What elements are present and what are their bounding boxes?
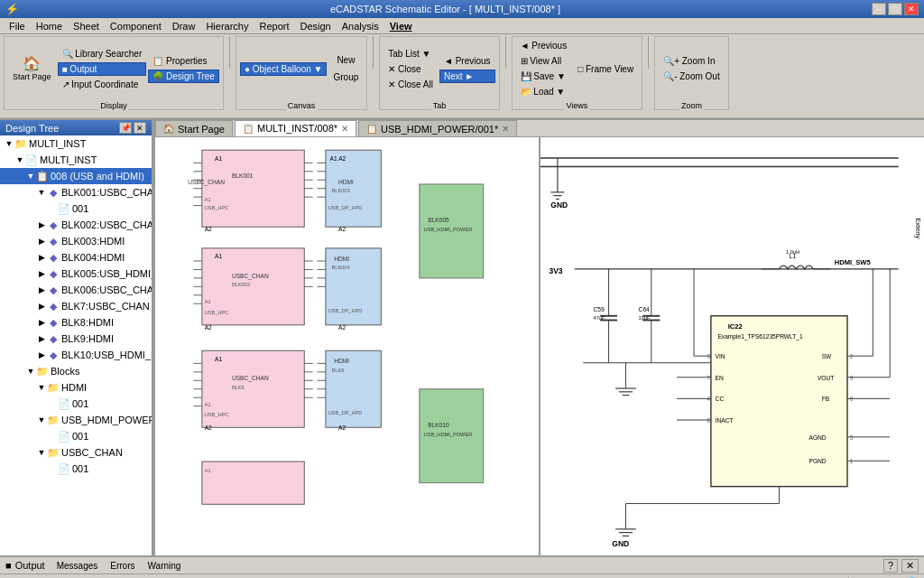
- output-tab-messages[interactable]: Messages: [52, 559, 103, 573]
- tab-close-icon[interactable]: ✕: [341, 124, 348, 134]
- sheet-icon: 📋: [366, 124, 377, 134]
- tree-item-blk10[interactable]: ▶ ◆ BLK10:USB_HDMI_POWER: [0, 347, 152, 363]
- tab-multi-inst-008[interactable]: 📋 MULTI_INST/008* ✕: [235, 120, 356, 136]
- tree-item-blk004[interactable]: ▶ ◆ BLK004:HDMI: [0, 249, 152, 266]
- expand-icon[interactable]: ▼: [36, 447, 47, 458]
- object-balloon-btn[interactable]: ● Object Balloon ▼: [240, 62, 328, 76]
- menu-report[interactable]: Report: [254, 20, 294, 33]
- right-schematic[interactable]: Exteriy GND 3V3: [541, 137, 924, 555]
- panel-pin-btn[interactable]: 📌: [119, 122, 132, 134]
- tree-item-hdmi-001[interactable]: 📄 001: [0, 396, 152, 412]
- expand-icon[interactable]: ▶: [36, 350, 47, 360]
- menu-file[interactable]: File: [4, 20, 31, 33]
- tree-item-usbc-chan[interactable]: ▼ 📁 USBC_CHAN: [0, 444, 152, 461]
- output-tab-errors[interactable]: Errors: [106, 559, 139, 573]
- tree-item-blk7[interactable]: ▶ ◆ BLK7:USBC_CHAN: [0, 298, 152, 314]
- library-searcher-btn[interactable]: 🔍 Library Searcher: [58, 47, 147, 61]
- tree-item-blk002[interactable]: ▶ ◆ BLK002:USBC_CHAN: [0, 217, 152, 233]
- input-coordinate-btn[interactable]: ↗ Input Coordinate: [58, 78, 147, 91]
- expand-icon[interactable]: ▶: [36, 236, 47, 247]
- zoom-in-btn[interactable]: 🔍+ Zoom In: [659, 54, 725, 68]
- expand-icon[interactable]: ▼: [4, 138, 14, 149]
- expand-icon[interactable]: ▼: [36, 382, 47, 393]
- expand-icon[interactable]: ▶: [36, 219, 47, 230]
- expand-icon[interactable]: ▼: [36, 187, 47, 198]
- menu-analysis[interactable]: Analysis: [337, 20, 384, 33]
- minimize-btn[interactable]: ─: [872, 3, 886, 15]
- expand-icon[interactable]: ▼: [25, 171, 36, 182]
- menu-view[interactable]: View: [384, 20, 418, 33]
- prev-tab-btn[interactable]: ◄ Previous: [439, 54, 495, 68]
- blk003-label: HDMI: [338, 179, 354, 185]
- blk001-a2row-label: A2: [205, 226, 212, 232]
- zoom-label: Zoom: [679, 101, 704, 110]
- tree-item-blk006[interactable]: ▶ ◆ BLK006:USBC_CHAN: [0, 282, 152, 298]
- expand-icon[interactable]: ▶: [36, 252, 47, 263]
- tree-item-multi-inst-root[interactable]: ▼ 📁 MULTI_INST: [0, 135, 152, 152]
- tab-list-btn[interactable]: Tab List ▼: [383, 47, 438, 61]
- expand-icon[interactable]: ▶: [36, 268, 47, 279]
- close-tab-btn[interactable]: ✕ Close: [383, 62, 438, 76]
- expand-icon[interactable]: ▶: [36, 284, 47, 295]
- load-view-btn[interactable]: 📂 Load ▼: [516, 85, 572, 98]
- zoom-out-btn[interactable]: 🔍- Zoom Out: [659, 70, 725, 83]
- panel-close-btn[interactable]: ✕: [134, 122, 146, 134]
- frame-view-btn[interactable]: □ Frame View: [573, 62, 638, 76]
- tree-item-blk8[interactable]: ▶ ◆ BLK8:HDMI: [0, 314, 152, 331]
- tree-item-blk001[interactable]: ▼ ◆ BLK001:USBC_CHAN: [0, 184, 152, 200]
- tree-item-hdmi[interactable]: ▼ 📁 HDMI: [0, 379, 152, 396]
- expand-icon[interactable]: ▶: [36, 317, 47, 328]
- start-page-btn[interactable]: 🏠 Start Page: [8, 54, 56, 84]
- output-tab-warning[interactable]: Warning: [143, 559, 186, 573]
- group-btn[interactable]: Group: [328, 70, 363, 85]
- design-tree-btn[interactable]: 🌳 Design Tree: [148, 70, 219, 83]
- next-tab-btn[interactable]: Next ►: [439, 70, 495, 83]
- schematic-svg-left: A1 USBC_CHAN BLK001: [155, 137, 539, 555]
- tree-item-usb-hdmi-001[interactable]: 📄 001: [0, 428, 152, 444]
- maximize-btn[interactable]: □: [888, 3, 902, 15]
- tree-item-usbc-001[interactable]: 📄 001: [0, 461, 152, 477]
- output-close-btn[interactable]: ✕: [901, 559, 919, 573]
- prev-view-btn[interactable]: ◄ Previous: [516, 39, 572, 52]
- new-btn[interactable]: New: [328, 52, 363, 68]
- expand-icon[interactable]: ▶: [36, 333, 47, 344]
- close-all-btn[interactable]: ✕ Close All: [383, 78, 438, 91]
- tree-item-001a[interactable]: 📄 001: [0, 200, 152, 217]
- doc-icon: 📄: [58, 430, 70, 443]
- menu-home[interactable]: Home: [31, 20, 68, 33]
- menu-hierarchy[interactable]: Hierarchy: [200, 20, 254, 33]
- menu-design[interactable]: Design: [294, 20, 336, 33]
- expand-icon[interactable]: ▶: [36, 301, 47, 312]
- menu-bar: File Home Sheet Component Draw Hierarchy…: [0, 18, 924, 34]
- menu-sheet[interactable]: Sheet: [68, 20, 105, 33]
- tab-usb-hdmi-power[interactable]: 📋 USB_HDMI_POWER/001* ✕: [358, 120, 517, 136]
- status-bar: 🖥 ⚙ Property Viewer High Speed Variant: …: [0, 573, 924, 578]
- menu-component[interactable]: Component: [105, 20, 167, 33]
- output-btn[interactable]: ■ Output: [58, 62, 147, 76]
- menu-draw[interactable]: Draw: [167, 20, 201, 33]
- close-btn[interactable]: ✕: [904, 3, 919, 15]
- view-all-btn[interactable]: ⊞ View All: [516, 54, 572, 68]
- properties-btn[interactable]: 📋 Properties: [148, 54, 219, 68]
- tree-item-blk003[interactable]: ▶ ◆ BLK003:HDMI: [0, 233, 152, 249]
- app-icon: ⚡: [5, 3, 19, 15]
- left-schematic[interactable]: A1 USBC_CHAN BLK001: [155, 137, 541, 555]
- tree-item-blk005[interactable]: ▶ ◆ BLK005:USB_HDMI_POWER: [0, 266, 152, 282]
- save-view-btn[interactable]: 💾 Save ▼: [516, 70, 572, 83]
- blk003-label-top: A1 A2: [330, 155, 346, 162]
- tab-close-icon[interactable]: ✕: [502, 124, 509, 134]
- tree-item-008[interactable]: ▼ 📋 008 (USB and HDMI): [0, 168, 152, 184]
- tree-item-multi-inst[interactable]: ▼ 📄 MULTI_INST: [0, 152, 152, 168]
- blk001-portlabel: A1: [205, 197, 211, 202]
- expand-icon[interactable]: ▼: [25, 366, 36, 377]
- tree-item-blocks[interactable]: ▼ 📁 Blocks: [0, 363, 152, 379]
- block-icon: ◆: [47, 219, 60, 231]
- expand-icon[interactable]: ▼: [14, 154, 25, 165]
- tab-start-page[interactable]: 🏠 Start Page: [155, 120, 233, 136]
- tree-item-usb-hdmi-power[interactable]: ▼ 📁 USB_HDMI_POWER: [0, 412, 152, 428]
- output-help-btn[interactable]: ?: [883, 559, 898, 573]
- tree-item-blk9[interactable]: ▶ ◆ BLK9:HDMI: [0, 331, 152, 347]
- toolbar-area: 🏠 Start Page 🔍 Library Searcher ■ Output…: [0, 34, 924, 120]
- expand-icon[interactable]: ▼: [36, 415, 47, 425]
- window-controls: ─ □ ✕: [872, 3, 919, 15]
